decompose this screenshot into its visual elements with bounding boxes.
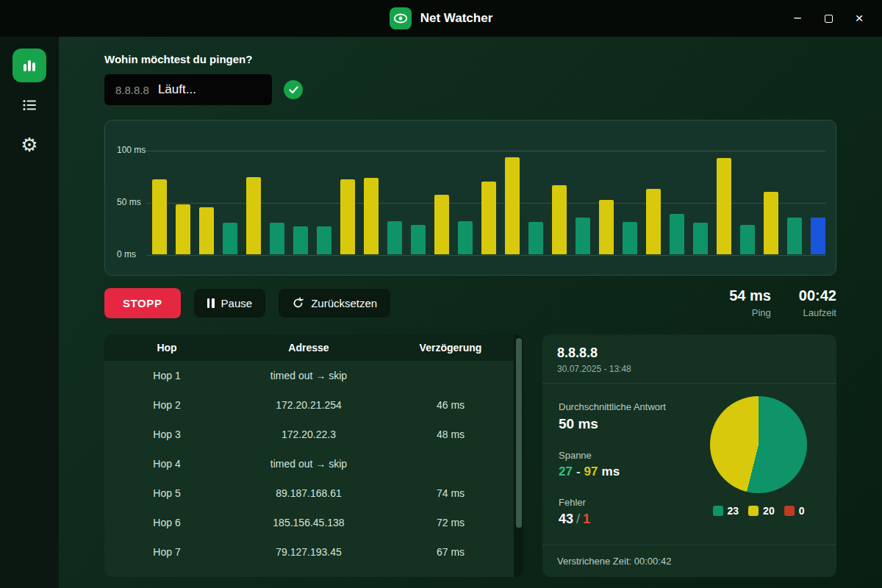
table-cell-delay: 46 ms bbox=[388, 399, 513, 411]
pause-icon bbox=[207, 298, 215, 308]
chart-bar-green bbox=[623, 222, 637, 254]
chart-bar-yellow bbox=[481, 182, 496, 254]
input-row: 8.8.8.8 Läuft... bbox=[104, 74, 836, 105]
chart-bar-yellow bbox=[199, 207, 214, 254]
latency-chart-panel: 100 ms 50 ms 0 ms bbox=[104, 120, 836, 276]
maximize-icon bbox=[825, 15, 833, 23]
legend-item: 23 bbox=[713, 505, 739, 517]
ping-target-input[interactable]: 8.8.8.8 Läuft... bbox=[104, 74, 272, 105]
y-axis-tick: 0 ms bbox=[117, 249, 136, 259]
header-hop: Hop bbox=[104, 342, 229, 354]
stats-datetime: 30.07.2025 - 13:48 bbox=[557, 364, 822, 374]
legend-value: 20 bbox=[763, 505, 775, 517]
pause-button[interactable]: Pause bbox=[194, 289, 266, 318]
table-cell-hop: Hop 7 bbox=[104, 546, 229, 558]
header-address: Adresse bbox=[229, 342, 388, 354]
chart-bar-green bbox=[458, 221, 473, 254]
table-cell-hop: Hop 6 bbox=[104, 517, 229, 528]
chart-bar-yellow bbox=[340, 179, 355, 254]
hop-table-panel: Hop Adresse Verzögerung Hop 1timed out →… bbox=[104, 334, 523, 577]
table-cell-delay: 72 ms bbox=[388, 517, 513, 528]
table-scrollbar[interactable] bbox=[514, 334, 523, 577]
ping-metric: 54 ms Ping bbox=[729, 287, 771, 318]
list-icon bbox=[21, 96, 38, 114]
maximize-button[interactable] bbox=[813, 0, 844, 37]
sidebar-item-hops[interactable] bbox=[12, 88, 46, 122]
range-separator: - bbox=[573, 465, 584, 478]
reset-button[interactable]: Zurücksetzen bbox=[279, 289, 390, 318]
table-row: Hop 2172.20.21.25446 ms bbox=[104, 390, 523, 420]
stats-panel: 8.8.8.8 30.07.2025 - 13:48 Durchschnittl… bbox=[542, 334, 836, 577]
close-button[interactable]: × bbox=[844, 0, 875, 37]
ping-value: 54 ms bbox=[729, 287, 771, 304]
reset-button-label: Zurücksetzen bbox=[311, 297, 377, 309]
hop-table-header: Hop Adresse Verzögerung bbox=[104, 334, 523, 361]
pie-chart bbox=[710, 396, 807, 493]
bar-chart-icon bbox=[21, 57, 38, 74]
table-cell-address: 172.20.21.254 bbox=[229, 399, 388, 411]
stop-button[interactable]: STOPP bbox=[104, 288, 181, 318]
table-cell-address: 185.156.45.138 bbox=[229, 517, 388, 528]
chart-bar-green bbox=[693, 223, 708, 254]
elapsed-time: Verstrichene Zeit: 00:00:42 bbox=[542, 545, 836, 577]
table-cell-address: timed out → skip bbox=[229, 458, 388, 470]
runtime-metric: 00:42 Laufzeit bbox=[799, 287, 836, 318]
legend-swatch bbox=[713, 506, 723, 516]
table-cell-address: 172.20.22.3 bbox=[229, 429, 388, 440]
stats-host: 8.8.8.8 bbox=[557, 345, 822, 361]
reset-icon bbox=[292, 297, 304, 309]
chart-bar-green bbox=[270, 223, 284, 254]
chart-bar-green bbox=[293, 226, 308, 254]
chart-bar-yellow bbox=[552, 185, 567, 254]
pie-legend: 23200 bbox=[713, 505, 805, 517]
chart-bar-yellow bbox=[646, 189, 661, 254]
ping-input-placeholder: 8.8.8.8 bbox=[115, 84, 149, 96]
gridline-0ms bbox=[146, 255, 825, 256]
stats-header: 8.8.8.8 30.07.2025 - 13:48 bbox=[542, 334, 836, 384]
chart-bar-yellow bbox=[599, 200, 614, 254]
main-content: Wohin möchtest du pingen? 8.8.8.8 Läuft.… bbox=[59, 37, 882, 588]
range-unit: ms bbox=[602, 465, 620, 478]
legend-swatch bbox=[784, 506, 795, 516]
table-cell-hop: Hop 2 bbox=[104, 399, 229, 411]
chart-bar-green bbox=[223, 223, 237, 254]
runtime-label: Laufzeit bbox=[799, 307, 836, 318]
table-cell-hop: Hop 3 bbox=[104, 429, 229, 440]
chart-bar-yellow bbox=[505, 157, 520, 254]
table-cell-hop: Hop 8 bbox=[104, 576, 229, 577]
app-title: Net Watcher bbox=[420, 11, 493, 26]
ping-label: Ping bbox=[729, 307, 771, 318]
chart-bar-green bbox=[670, 214, 684, 254]
y-axis-tick: 100 ms bbox=[117, 145, 146, 155]
chart-bar-yellow bbox=[246, 177, 261, 254]
chart-bar-green bbox=[387, 221, 402, 254]
table-row: Hop 1timed out → skip bbox=[104, 361, 523, 390]
status-ok-badge bbox=[284, 80, 303, 99]
pie-section: 23200 bbox=[698, 396, 819, 517]
table-cell-address: 89.187.168.61 bbox=[229, 487, 388, 499]
chart-bar-green bbox=[528, 222, 543, 254]
title-group: Net Watcher bbox=[390, 7, 493, 29]
scrollbar-thumb[interactable] bbox=[516, 338, 522, 528]
chart-bar-green bbox=[411, 225, 426, 254]
pause-button-label: Pause bbox=[221, 297, 253, 309]
table-cell-address: 79.127.193.45 bbox=[229, 546, 388, 558]
sidebar-item-monitor[interactable] bbox=[12, 49, 46, 82]
chart-bar-yellow bbox=[764, 192, 778, 254]
errors-count: 1 bbox=[583, 512, 590, 526]
table-cell-address: timed out → skip bbox=[229, 370, 388, 381]
minimize-button[interactable]: − bbox=[782, 0, 813, 37]
legend-item: 20 bbox=[748, 505, 775, 517]
chart-bar-green bbox=[576, 218, 590, 254]
check-icon bbox=[289, 86, 298, 94]
table-row: Hop 884.116.141.264 ms bbox=[104, 567, 523, 577]
sidebar-item-settings[interactable]: ⚙ bbox=[12, 128, 46, 162]
legend-value: 23 bbox=[728, 505, 739, 517]
bottom-row: Hop Adresse Verzögerung Hop 1timed out →… bbox=[104, 334, 836, 577]
table-cell-address: 84.116.141.2 bbox=[229, 576, 388, 577]
legend-value: 0 bbox=[799, 505, 805, 517]
chart-bar-yellow bbox=[717, 158, 731, 254]
table-cell-delay: 74 ms bbox=[388, 487, 513, 499]
window-controls: − × bbox=[782, 0, 875, 37]
legend-item: 0 bbox=[784, 505, 805, 517]
